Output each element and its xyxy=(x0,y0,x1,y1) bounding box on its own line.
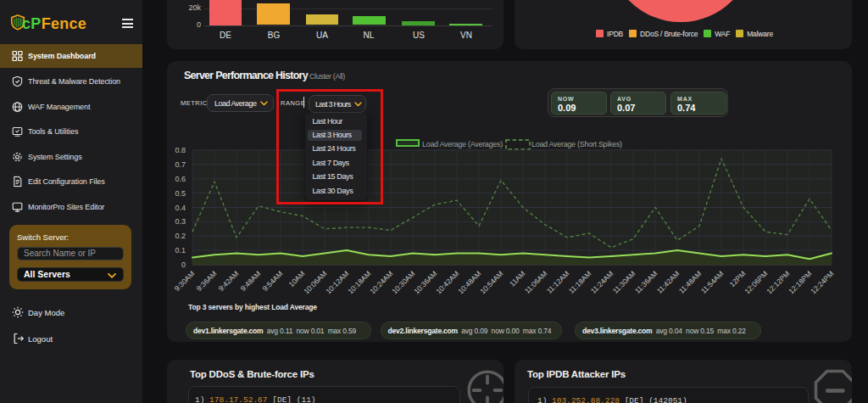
svg-text:11AM: 11AM xyxy=(508,269,526,288)
svg-text:10:54AM: 10:54AM xyxy=(478,269,504,295)
svg-text:10:24AM: 10:24AM xyxy=(368,269,394,295)
svg-text:10:18AM: 10:18AM xyxy=(346,269,372,295)
svg-text:11:42AM: 11:42AM xyxy=(655,269,682,295)
svg-text:10:06AM: 10:06AM xyxy=(302,269,328,295)
svg-text:0.6: 0.6 xyxy=(175,175,186,183)
svg-text:0.4: 0.4 xyxy=(175,204,186,212)
svg-text:0.2: 0.2 xyxy=(175,232,186,240)
svg-text:9:48AM: 9:48AM xyxy=(239,269,263,293)
svg-text:11:18AM: 11:18AM xyxy=(567,269,593,295)
svg-text:11:54AM: 11:54AM xyxy=(699,269,726,295)
svg-text:11:24AM: 11:24AM xyxy=(589,269,615,295)
svg-text:9:36AM: 9:36AM xyxy=(195,269,219,293)
svg-text:11:48AM: 11:48AM xyxy=(677,269,704,295)
svg-text:0.5: 0.5 xyxy=(175,189,186,198)
svg-text:10:12AM: 10:12AM xyxy=(324,269,350,295)
svg-text:0.3: 0.3 xyxy=(175,217,186,226)
svg-text:10:48AM: 10:48AM xyxy=(456,269,482,295)
svg-text:0.8: 0.8 xyxy=(175,146,186,154)
svg-text:12:12PM: 12:12PM xyxy=(765,269,791,295)
svg-text:0: 0 xyxy=(181,260,186,269)
svg-text:10AM: 10AM xyxy=(287,269,307,288)
svg-text:10:30AM: 10:30AM xyxy=(390,269,416,295)
svg-text:9:42AM: 9:42AM xyxy=(217,269,241,293)
svg-text:11:06AM: 11:06AM xyxy=(523,269,549,295)
svg-text:11:12AM: 11:12AM xyxy=(545,269,571,295)
svg-text:12:24PM: 12:24PM xyxy=(809,269,835,295)
svg-text:10:36AM: 10:36AM xyxy=(412,269,438,295)
svg-text:12:18PM: 12:18PM xyxy=(787,269,813,295)
svg-text:9:30AM: 9:30AM xyxy=(173,269,197,293)
svg-text:0.1: 0.1 xyxy=(175,246,186,255)
svg-text:0.7: 0.7 xyxy=(175,160,186,169)
svg-text:10:42AM: 10:42AM xyxy=(434,269,460,295)
svg-text:11:36AM: 11:36AM xyxy=(633,269,659,295)
svg-text:9:54AM: 9:54AM xyxy=(261,269,285,293)
svg-text:11:30AM: 11:30AM xyxy=(611,269,637,295)
svg-text:12PM: 12PM xyxy=(728,269,748,288)
svg-text:12:06PM: 12:06PM xyxy=(743,269,769,295)
